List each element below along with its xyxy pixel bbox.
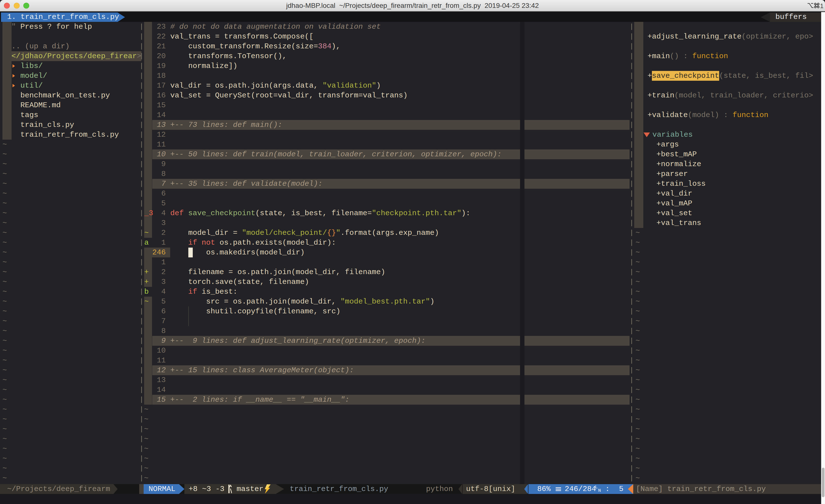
- svg-text:1: 1: [820, 2, 824, 9]
